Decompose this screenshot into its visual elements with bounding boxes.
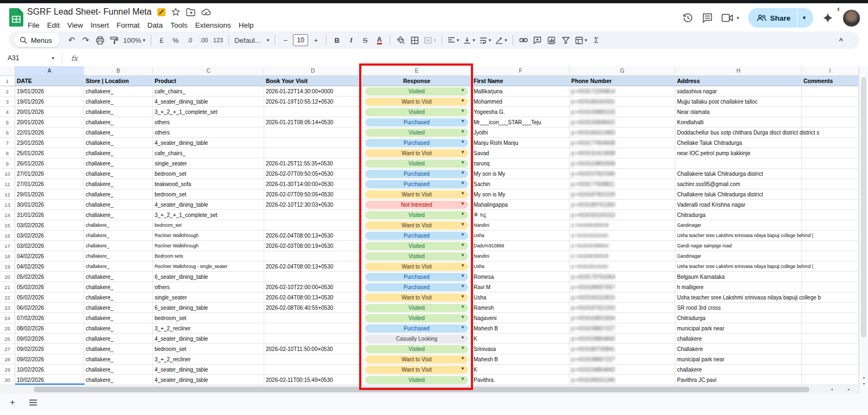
row-number-21[interactable]: 21 (0, 282, 15, 292)
cell-C12[interactable]: bedroom_set (153, 189, 264, 200)
cell-I24[interactable] (802, 313, 859, 323)
cell-A21[interactable]: 05/02/2026 (15, 282, 84, 292)
cell-B2[interactable]: challakere_ (84, 86, 153, 97)
cell-A16[interactable]: 03/02/2026 (15, 231, 84, 241)
decrease-font-size-button[interactable]: − (279, 34, 292, 47)
cell-D9[interactable]: 2026-01-25T11:55:35+0530 (264, 158, 362, 169)
zoom-control[interactable]: 100%▾ (122, 34, 147, 47)
cell-A23[interactable]: 06/02/2026 (15, 303, 84, 313)
cell-A22[interactable]: 05/02/2026 (15, 292, 84, 303)
cell-D3[interactable]: 2026-01-19T10:55:12+0530 (264, 97, 362, 107)
cloud-status-icon[interactable] (201, 8, 211, 16)
cell-D13[interactable]: 2026-02-10T12:30:03+0530 (264, 200, 362, 210)
side-panel-collapse-button[interactable]: ‹ (837, 0, 840, 17)
cell-I25[interactable] (802, 323, 859, 334)
menu-item-insert[interactable]: Insert (87, 20, 113, 30)
response-dropdown-chip[interactable]: Visited▼ (365, 314, 468, 322)
horizontal-scrollbar[interactable]: ◂ ▸ (0, 385, 859, 394)
percent-format-button[interactable]: % (169, 34, 182, 47)
column-header-A[interactable]: A (15, 66, 84, 76)
cell-D12[interactable]: 2026-02-07T09:50:05+0530 (264, 189, 362, 200)
cell-C11[interactable]: teakwood_sofa (153, 179, 264, 189)
cell-F26[interactable]: K (472, 334, 570, 344)
row-number-1[interactable]: 1 (0, 76, 15, 86)
cell-F24[interactable]: Nagaveni (472, 313, 570, 323)
response-dropdown-chip[interactable]: Purchased▼ (365, 180, 468, 188)
cell-F5[interactable]: Mr___icon___STAR___Teju (472, 117, 570, 127)
scroll-right-button[interactable]: ▸ (848, 386, 850, 393)
cell-A1[interactable]: DATE (15, 76, 84, 86)
cell-D7[interactable] (264, 138, 362, 148)
response-dropdown-chip[interactable]: Visited▼ (365, 304, 468, 312)
cell-D2[interactable]: 2026-01-22T14:30:00+0000 (264, 86, 362, 97)
cell-A8[interactable]: 25/01/2026 (15, 148, 84, 158)
cell-G20[interactable]: p:+919179750364 (570, 272, 675, 282)
cell-A19[interactable]: 04/02/2026 (15, 261, 84, 272)
row-number-17[interactable]: 17 (0, 241, 15, 251)
strikethrough-button[interactable]: S (359, 34, 372, 47)
row-number-23[interactable]: 23 (0, 303, 15, 313)
cell-C27[interactable]: bedroom_set (153, 344, 264, 354)
response-dropdown-chip[interactable]: Want to Visit▼ (365, 366, 468, 374)
cell-D16[interactable]: 2026-02-04T08:00:13+0530 (264, 231, 362, 241)
cell-D25[interactable] (264, 323, 362, 334)
cell-A25[interactable]: 08/02/2026 (15, 323, 84, 334)
cell-E17[interactable]: Visited▼ (362, 241, 472, 251)
cell-A28[interactable]: 09/02/2026 (15, 354, 84, 365)
cell-I28[interactable] (802, 354, 859, 365)
response-dropdown-chip[interactable]: Want to Visit▼ (365, 221, 468, 229)
column-header-I[interactable]: I (802, 66, 859, 76)
cell-G19[interactable]: p:+919106118181 (570, 261, 675, 272)
cell-E8[interactable]: Want to Visit▼ (362, 148, 472, 158)
cell-B5[interactable]: challakere_ (84, 117, 153, 127)
cell-A14[interactable]: 31/01/2026 (15, 210, 84, 220)
cell-B10[interactable]: challakere_ (84, 169, 153, 179)
cell-C4[interactable]: 3_+_2_+_1_complete_set (153, 107, 264, 117)
increase-font-size-button[interactable]: + (309, 34, 322, 47)
cell-I5[interactable] (802, 117, 859, 127)
menu-item-help[interactable]: Help (235, 20, 258, 30)
row-number-7[interactable]: 7 (0, 138, 15, 148)
cell-A3[interactable]: 19/01/2026 (15, 97, 84, 107)
cell-H3[interactable]: Mujju tallaku post challakire talloc (675, 97, 802, 107)
row-number-19[interactable]: 19 (0, 261, 15, 272)
horizontal-align-button[interactable]: ▾ (446, 34, 461, 47)
cell-G11[interactable]: p:+919177608811 (570, 179, 675, 189)
cell-E1[interactable]: Response (362, 76, 472, 86)
cell-G23[interactable]: p:+919187921203 (570, 303, 675, 313)
cell-F4[interactable]: Yogeesha G. (472, 107, 570, 117)
row-number-3[interactable]: 3 (0, 97, 15, 107)
cell-F30[interactable]: Pavithra. (472, 375, 570, 385)
cell-C10[interactable]: bedroom_set (153, 169, 264, 179)
response-dropdown-chip[interactable]: Visited▼ (365, 345, 468, 353)
cell-I11[interactable] (802, 179, 859, 189)
cell-C16[interactable]: Recliner Walkthrough (153, 231, 264, 241)
cell-C6[interactable]: others (153, 127, 264, 138)
cell-A10[interactable]: 27/01/2026 (15, 169, 84, 179)
cell-I27[interactable] (802, 344, 859, 354)
response-dropdown-chip[interactable]: Want to Visit▼ (365, 293, 468, 302)
cell-D22[interactable]: 2026-02-04T08:00:13+0530 (264, 292, 362, 303)
cell-H23[interactable]: SR rood 3rd cross (675, 303, 802, 313)
cell-F6[interactable]: Jyothi (472, 127, 570, 138)
response-dropdown-chip[interactable]: Purchased▼ (365, 273, 468, 281)
cell-G16[interactable]: p:+919106118181 (570, 231, 675, 241)
cell-G29[interactable]: p:+919159864842 (570, 365, 675, 375)
row-number-29[interactable]: 29 (0, 365, 15, 375)
cell-A7[interactable]: 23/01/2026 (15, 138, 84, 148)
cell-F3[interactable]: Mohammed (472, 97, 570, 107)
cell-A6[interactable]: 22/01/2026 (15, 127, 84, 138)
response-dropdown-chip[interactable]: Visited▼ (365, 129, 468, 137)
cell-E25[interactable]: Purchased▼ (362, 323, 472, 334)
cell-G24[interactable]: p:+919163831834 (570, 313, 675, 323)
move-folder-icon[interactable] (186, 8, 195, 16)
cell-D14[interactable] (264, 210, 362, 220)
cell-E24[interactable]: Visited▼ (362, 313, 472, 323)
cell-D28[interactable] (264, 354, 362, 365)
row-number-2[interactable]: 2 (0, 86, 15, 97)
cell-C1[interactable]: Product (153, 76, 264, 86)
cell-A13[interactable]: 30/01/2026 (15, 200, 84, 210)
cell-E15[interactable]: Want to Visit▼ (362, 220, 472, 231)
cell-C17[interactable]: Recliner Walkthrough (153, 241, 264, 251)
row-number-9[interactable]: 9 (0, 158, 15, 169)
